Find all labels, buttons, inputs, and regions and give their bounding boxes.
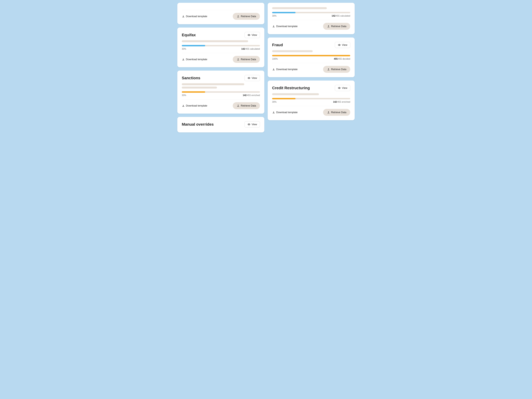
- upload-icon: [327, 68, 330, 71]
- sanctions-progress-stats: 30% 142/455 enriched: [182, 94, 260, 97]
- equifax-actions: Download template Retrieve Data: [182, 56, 260, 63]
- svg-point-9: [339, 88, 340, 88]
- partial-right-actions: Download template Retrieve Data: [272, 23, 350, 30]
- credit-restructuring-stats: 30% 142/455 enriched: [272, 101, 350, 103]
- download-icon: [182, 58, 185, 61]
- equifax-progress-track: [182, 45, 260, 46]
- main-layout: Download template Retrieve Data Equifax: [177, 3, 355, 132]
- partial-right-retrieve-button[interactable]: Retrieve Data: [323, 23, 350, 30]
- fraud-percent: 100%: [272, 58, 278, 60]
- sanctions-progress: 30% 142/455 enriched: [182, 91, 260, 97]
- download-icon: [272, 68, 275, 71]
- credit-restructuring-download-button[interactable]: Download template: [272, 111, 298, 114]
- left-column: Download template Retrieve Data Equifax: [177, 3, 264, 132]
- credit-restructuring-card: Credit Restructuring View: [268, 80, 355, 120]
- sanctions-header: Sanctions View: [182, 75, 260, 81]
- skeleton-line-1: [182, 83, 244, 85]
- sanctions-actions: Download template Retrieve Data: [182, 102, 260, 109]
- svg-point-3: [249, 78, 249, 79]
- credit-restructuring-view-button[interactable]: View: [335, 85, 350, 91]
- fraud-progress: 100% 455/455 decided: [272, 55, 350, 60]
- download-icon: [272, 111, 275, 114]
- sanctions-view-button[interactable]: View: [245, 75, 260, 81]
- equifax-stat: 142/455 calculated: [241, 48, 260, 50]
- sanctions-percent: 30%: [182, 94, 186, 97]
- upload-icon: [237, 58, 240, 61]
- card-actions: Download template Retrieve Data: [182, 13, 260, 20]
- fraud-title: Fraud: [272, 43, 283, 47]
- equifax-view-button[interactable]: View: [245, 32, 260, 38]
- equifax-card: Equifax View: [177, 28, 264, 67]
- sanctions-card: Sanctions View: [177, 71, 264, 114]
- sanctions-stat: 142/455 enriched: [243, 94, 260, 97]
- svg-point-5: [249, 124, 249, 125]
- fraud-stat: 455/455 decided: [334, 58, 350, 60]
- upload-icon: [327, 25, 330, 28]
- fraud-view-button[interactable]: View: [335, 42, 350, 48]
- skeleton-line-1: [272, 93, 319, 95]
- equifax-download-button[interactable]: Download template: [182, 58, 207, 61]
- equifax-retrieve-button[interactable]: Retrieve Data: [233, 56, 260, 63]
- download-icon: [182, 104, 185, 107]
- partial-right-fill: [272, 12, 296, 13]
- credit-restructuring-progress: 30% 142/455 enriched: [272, 98, 350, 103]
- partial-right-stat: 142/455 calculated: [332, 15, 350, 17]
- credit-restructuring-skeleton: [272, 93, 350, 95]
- partial-right-stats: 30% 142/455 calculated: [272, 15, 350, 17]
- sanctions-progress-fill: [182, 91, 205, 93]
- credit-restructuring-retrieve-button[interactable]: Retrieve Data: [323, 109, 350, 116]
- retrieve-data-button[interactable]: Retrieve Data: [233, 13, 260, 20]
- divider: [182, 10, 260, 10]
- download-icon: [272, 25, 275, 28]
- partial-top-card: Download template Retrieve Data: [177, 3, 264, 24]
- equifax-progress-stats: 30% 142/455 calculated: [182, 48, 260, 50]
- skeleton-line-1: [182, 40, 248, 42]
- fraud-divider: [272, 63, 350, 63]
- manual-overrides-title: Manual overrides: [182, 122, 214, 127]
- equifax-title: Equifax: [182, 33, 196, 37]
- equifax-percent: 30%: [182, 48, 186, 50]
- partial-right-skeleton: [272, 7, 350, 9]
- credit-restructuring-header: Credit Restructuring View: [272, 85, 350, 91]
- fraud-header: Fraud View: [272, 42, 350, 48]
- fraud-retrieve-button[interactable]: Retrieve Data: [323, 66, 350, 73]
- sanctions-skeleton: [182, 83, 260, 89]
- manual-overrides-view-button[interactable]: View: [245, 121, 260, 127]
- eye-icon: [338, 86, 341, 90]
- upload-icon: [327, 111, 330, 114]
- fraud-download-button[interactable]: Download template: [272, 68, 298, 71]
- equifax-progress: 30% 142/455 calculated: [182, 45, 260, 50]
- svg-point-7: [339, 45, 340, 45]
- skeleton-line-1: [272, 7, 327, 9]
- fraud-card: Fraud View: [268, 37, 355, 77]
- sanctions-title: Sanctions: [182, 76, 200, 80]
- credit-restructuring-stat: 142/455 enriched: [333, 101, 350, 103]
- fraud-progress-track: [272, 55, 350, 56]
- credit-restructuring-divider: [272, 106, 350, 106]
- download-template-button[interactable]: Download template: [182, 15, 207, 18]
- partial-right-percent: 30%: [272, 15, 277, 17]
- fraud-skeleton: [272, 50, 350, 52]
- eye-icon: [247, 123, 250, 126]
- credit-restructuring-percent: 30%: [272, 101, 277, 103]
- eye-icon: [247, 76, 250, 80]
- fraud-actions: Download template Retrieve Data: [272, 66, 350, 73]
- partial-right-track: [272, 12, 350, 13]
- fraud-progress-stats: 100% 455/455 decided: [272, 58, 350, 60]
- skeleton-line-1: [272, 50, 313, 52]
- partial-right-download-button[interactable]: Download template: [272, 25, 298, 28]
- download-icon: [182, 15, 185, 18]
- eye-icon: [338, 43, 341, 47]
- manual-overrides-card: Manual overrides View: [177, 117, 264, 132]
- fraud-progress-fill: [272, 55, 350, 56]
- credit-restructuring-track: [272, 98, 350, 99]
- sanctions-retrieve-button[interactable]: Retrieve Data: [233, 102, 260, 109]
- partial-right-divider: [272, 20, 350, 20]
- upload-icon: [237, 15, 240, 18]
- right-column: 30% 142/455 calculated Download templat: [268, 3, 355, 132]
- credit-restructuring-actions: Download template Retrieve Data: [272, 109, 350, 116]
- sanctions-download-button[interactable]: Download template: [182, 104, 207, 107]
- credit-restructuring-fill: [272, 98, 296, 99]
- upload-icon: [237, 104, 240, 107]
- manual-overrides-header: Manual overrides View: [182, 121, 260, 127]
